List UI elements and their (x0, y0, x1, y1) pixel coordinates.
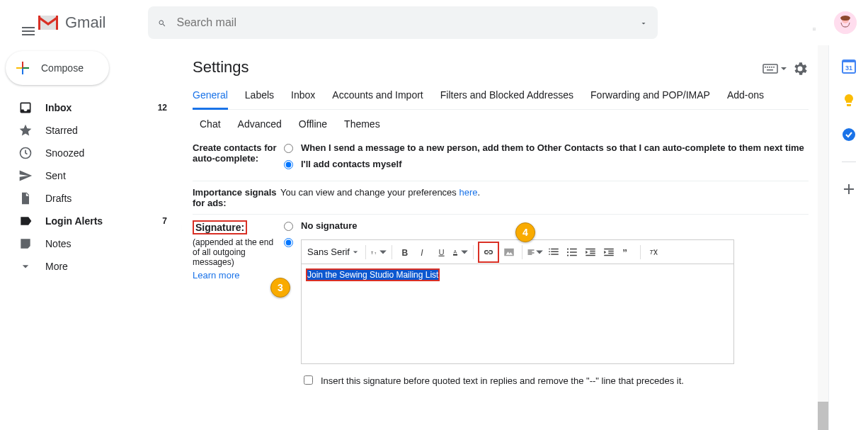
svg-point-2 (813, 28, 814, 29)
gear-icon[interactable] (792, 60, 809, 77)
svg-text:U: U (438, 247, 444, 256)
svg-point-43 (843, 128, 855, 141)
addons-plus-icon[interactable] (842, 182, 856, 196)
keyboard-icon[interactable] (762, 60, 779, 77)
expand-icon (18, 259, 33, 273)
settings-tabs: GeneralLabelsInboxAccounts and ImportFil… (193, 84, 809, 110)
chevron-down-icon[interactable] (780, 65, 787, 72)
note-icon (18, 237, 33, 251)
apps-grid-icon[interactable] (806, 14, 823, 31)
insert-image-button[interactable] (501, 244, 518, 261)
radio-add-contacts-self[interactable] (284, 160, 293, 169)
bold-button[interactable]: B (396, 244, 413, 261)
svg-rect-20 (765, 67, 766, 68)
label-icon (18, 214, 33, 228)
inbox-icon (18, 101, 33, 115)
sidebar-item-drafts[interactable]: Drafts (0, 187, 181, 210)
radio-label-self: I'll add contacts myself (301, 159, 402, 169)
svg-text:T: T (649, 248, 654, 256)
svg-rect-24 (773, 67, 775, 68)
radio-no-signature[interactable] (284, 222, 293, 231)
signature-editor: Sans Serif тт B I U A (301, 239, 734, 364)
italic-button[interactable]: I (415, 244, 432, 261)
sidebar-item-inbox[interactable]: Inbox12 (0, 96, 181, 119)
quote-button[interactable]: ” (619, 244, 636, 261)
nav-label: Inbox (45, 102, 158, 113)
search-box[interactable] (148, 6, 658, 39)
svg-rect-21 (767, 67, 768, 68)
section-label-signature: Signature: (193, 220, 247, 234)
svg-rect-23 (771, 67, 772, 68)
tab-themes[interactable]: Themes (344, 118, 380, 130)
tab-labels[interactable]: Labels (245, 84, 274, 109)
chevron-down-icon (379, 246, 387, 259)
compose-button[interactable]: Compose (6, 51, 109, 85)
text-color-button[interactable]: A (452, 244, 469, 261)
tasks-icon[interactable] (842, 128, 856, 142)
menu-button[interactable] (11, 14, 28, 31)
importance-text: You can view and change your preferences… (280, 187, 809, 208)
svg-rect-14 (23, 67, 29, 69)
star-icon (18, 123, 33, 137)
callout-4: 4 (515, 222, 535, 242)
font-size-button[interactable]: тт (370, 244, 387, 261)
signature-textarea[interactable]: Join the Sewing Studio Mailing List (302, 264, 733, 363)
search-input[interactable] (171, 16, 635, 30)
tab-advanced[interactable]: Advanced (238, 118, 282, 130)
sidebar-item-sent[interactable]: Sent (0, 164, 181, 187)
here-link[interactable]: here (459, 187, 477, 198)
tab-add-ons[interactable]: Add-ons (727, 84, 764, 109)
sidebar-item-snoozed[interactable]: Snoozed (0, 142, 181, 164)
file-icon (18, 191, 33, 205)
nav-label: Login Alerts (45, 215, 162, 227)
svg-point-4 (815, 28, 816, 29)
signature-selected-text: Join the Sewing Studio Mailing List (306, 268, 440, 281)
sidebar-item-notes[interactable]: Notes (0, 232, 181, 255)
scrollbar-thumb[interactable] (818, 402, 828, 430)
tab-chat[interactable]: Chat (200, 118, 221, 130)
remove-formatting-button[interactable]: T (645, 244, 662, 261)
keep-icon[interactable] (842, 94, 856, 108)
tab-filters-and-blocked-addresses[interactable]: Filters and Blocked Addresses (440, 84, 573, 109)
svg-rect-32 (453, 254, 457, 256)
svg-text:B: B (401, 247, 408, 257)
indent-less-button[interactable] (582, 244, 599, 261)
tab-general[interactable]: General (193, 84, 228, 110)
font-family-select[interactable]: Sans Serif (304, 247, 361, 257)
sidebar-item-more[interactable]: More (0, 255, 181, 278)
svg-point-36 (567, 251, 569, 252)
svg-point-3 (814, 28, 815, 29)
learn-more-link[interactable]: Learn more (193, 270, 239, 281)
tab-offline[interactable]: Offline (299, 118, 327, 130)
numbered-list-button[interactable] (545, 244, 562, 261)
section-label-contacts: Create contacts for auto-complete: (193, 142, 280, 175)
svg-point-7 (815, 29, 816, 30)
nav-count: 12 (158, 103, 173, 113)
bulleted-list-button[interactable] (564, 244, 581, 261)
align-button[interactable] (527, 244, 544, 261)
gmail-logo[interactable]: Gmail (37, 13, 105, 32)
user-avatar[interactable] (834, 11, 857, 34)
radio-add-contacts-auto[interactable] (284, 144, 293, 153)
insert-link-button[interactable] (480, 244, 497, 261)
search-icon[interactable] (154, 14, 171, 31)
nav-label: Notes (45, 238, 173, 249)
sidebar-item-login-alerts[interactable]: Login Alerts7 (0, 210, 181, 232)
tab-inbox[interactable]: Inbox (291, 84, 315, 109)
signature-before-quoted-checkbox[interactable] (304, 375, 313, 385)
underline-button[interactable]: U (433, 244, 450, 261)
section-label-importance: Importance signals for ads: (193, 187, 280, 208)
svg-point-35 (567, 248, 569, 249)
svg-text:”: ” (622, 247, 627, 257)
radio-custom-signature[interactable] (284, 238, 293, 247)
tab-forwarding-and-pop-imap[interactable]: Forwarding and POP/IMAP (590, 84, 710, 109)
indent-more-button[interactable] (600, 244, 617, 261)
search-options-dropdown[interactable] (635, 14, 652, 31)
svg-rect-15 (22, 69, 23, 74)
tab-accounts-and-import[interactable]: Accounts and Import (332, 84, 423, 109)
chevron-down-icon (535, 246, 544, 259)
calendar-icon[interactable]: 31 (842, 60, 856, 74)
svg-point-10 (815, 30, 816, 30)
clock-icon (18, 146, 33, 160)
sidebar-item-starred[interactable]: Starred (0, 119, 181, 142)
